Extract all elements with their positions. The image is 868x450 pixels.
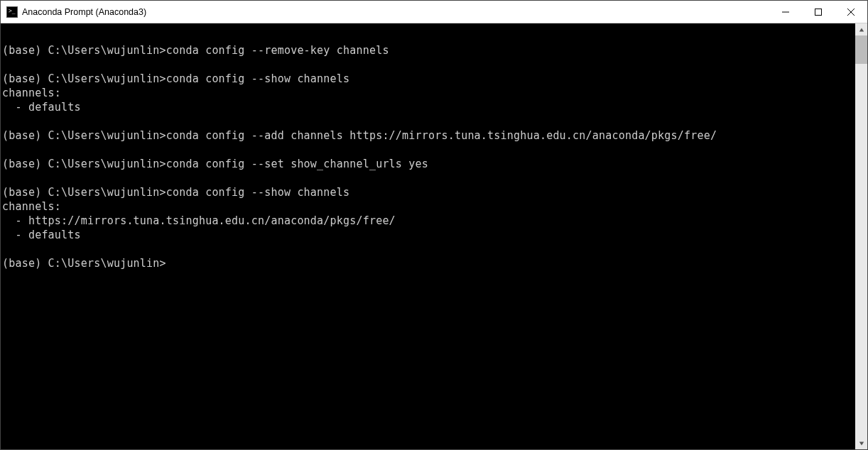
window-titlebar: Anaconda Prompt (Anaconda3) (1, 1, 867, 23)
svg-marker-4 (859, 28, 863, 31)
vertical-scrollbar[interactable] (855, 23, 867, 449)
scroll-thumb[interactable] (855, 35, 867, 64)
scroll-down-button[interactable] (855, 437, 867, 449)
svg-rect-1 (815, 9, 822, 15)
scroll-up-button[interactable] (855, 23, 867, 35)
terminal-output[interactable]: (base) C:\Users\wujunlin>conda config --… (1, 23, 855, 449)
maximize-button[interactable] (802, 1, 835, 23)
terminal-area: (base) C:\Users\wujunlin>conda config --… (1, 23, 867, 449)
window-title: Anaconda Prompt (Anaconda3) (22, 7, 769, 17)
svg-marker-5 (859, 441, 863, 445)
close-button[interactable] (835, 1, 867, 23)
scroll-track[interactable] (855, 35, 867, 437)
minimize-button[interactable] (769, 1, 802, 23)
terminal-icon (6, 6, 18, 18)
